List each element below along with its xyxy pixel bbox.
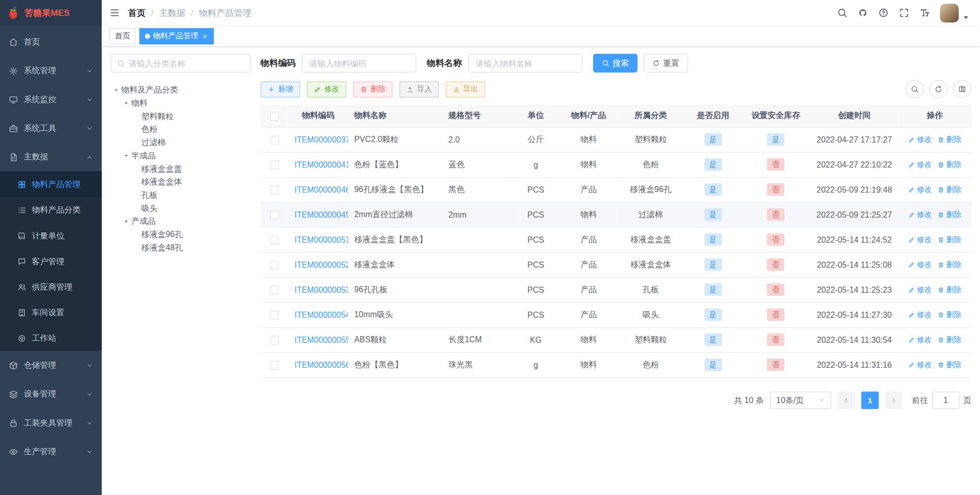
row-delete-button[interactable]: 删除 [938, 310, 962, 320]
sidebar-item-production-management[interactable]: 生产管理 [0, 437, 102, 466]
row-delete-button[interactable]: 删除 [938, 334, 962, 345]
tree-node[interactable]: 过滤棉 [111, 136, 251, 149]
material-code-link[interactable]: ITEM00000046 [295, 185, 348, 194]
tree-node[interactable]: 物料及产品分类 [111, 83, 251, 97]
tree-expand-caret-icon[interactable] [111, 86, 121, 93]
material-code-link[interactable]: ITEM00000037 [295, 135, 348, 144]
row-checkbox[interactable] [270, 185, 279, 194]
sidebar-item-system-monitoring[interactable]: 系统监控 [0, 85, 102, 114]
reset-button[interactable]: 重置 [644, 54, 688, 73]
user-menu[interactable] [940, 4, 971, 22]
sidebar-item-system-management[interactable]: 系统管理 [0, 56, 102, 85]
edit-button[interactable]: 修改 [307, 81, 346, 98]
row-checkbox[interactable] [270, 160, 279, 169]
tree-node[interactable]: 移液盒盒盖 [111, 162, 251, 175]
row-edit-button[interactable]: 修改 [908, 184, 932, 195]
tree-node[interactable]: 移液盒96孔 [111, 228, 251, 241]
sidebar-subitem-workstation[interactable]: 工作站 [0, 325, 102, 351]
tree-expand-caret-icon[interactable] [120, 218, 131, 225]
sidebar-subitem-material-product-management[interactable]: 物料产品管理 [0, 172, 102, 197]
menu-fold-icon[interactable] [109, 8, 120, 18]
row-delete-button[interactable]: 删除 [938, 159, 962, 170]
breadcrumb-item-home[interactable]: 首页 [128, 7, 145, 18]
tree-node[interactable]: 移液盒盒体 [111, 175, 251, 188]
row-delete-button[interactable]: 删除 [938, 134, 962, 145]
row-edit-button[interactable]: 修改 [908, 134, 932, 145]
search-toggle-button[interactable] [905, 80, 924, 99]
app-logo[interactable]: 苦糖果MES [0, 0, 102, 26]
page-size-select[interactable]: 10条/页 [770, 391, 831, 409]
row-checkbox[interactable] [270, 361, 279, 369]
sidebar-item-home[interactable]: 首页 [0, 28, 102, 56]
tree-expand-caret-icon[interactable] [120, 99, 131, 107]
tree-node[interactable]: 移液盒48孔 [111, 241, 251, 254]
page-number-button[interactable]: 1 [861, 391, 878, 409]
refresh-toggle-button[interactable] [929, 80, 948, 99]
material-code-link[interactable]: ITEM00000049 [295, 210, 348, 219]
tree-expand-caret-icon[interactable] [120, 152, 131, 159]
row-delete-button[interactable]: 删除 [938, 260, 962, 270]
import-button[interactable]: 导入 [399, 81, 438, 98]
material-code-link[interactable]: ITEM00000056 [295, 360, 348, 369]
columns-toggle-button[interactable] [953, 80, 971, 99]
sidebar-subitem-material-product-category[interactable]: 物料产品分类 [0, 197, 102, 223]
tree-node[interactable]: 物料 [111, 97, 251, 110]
row-delete-button[interactable]: 删除 [938, 359, 962, 370]
sidebar-item-system-tools[interactable]: 系统工具 [0, 114, 102, 143]
row-checkbox[interactable] [270, 210, 279, 219]
row-edit-button[interactable]: 修改 [908, 310, 932, 320]
sidebar-item-master-data[interactable]: 主数据 [0, 143, 102, 171]
sidebar-subitem-customer-management[interactable]: 客户管理 [0, 248, 102, 274]
row-checkbox[interactable] [270, 135, 279, 144]
tab-close-icon[interactable] [202, 33, 208, 39]
row-checkbox[interactable] [270, 336, 279, 344]
tree-node[interactable]: 孔板 [111, 188, 251, 202]
delete-button[interactable]: 删除 [353, 81, 393, 98]
tree-node[interactable]: 色粉 [111, 123, 251, 136]
row-delete-button[interactable]: 删除 [938, 209, 962, 220]
prev-page-button[interactable] [838, 391, 855, 409]
material-code-input[interactable] [302, 54, 416, 73]
material-code-link[interactable]: ITEM00000055 [295, 335, 348, 344]
tree-node[interactable]: 半成品 [111, 149, 251, 162]
sidebar-item-equipment-management[interactable]: 设备管理 [0, 380, 102, 408]
tree-node[interactable]: 塑料颗粒 [111, 109, 251, 123]
row-checkbox[interactable] [270, 261, 279, 269]
select-all-checkbox[interactable] [270, 112, 279, 121]
tab-material-product-management[interactable]: 物料产品管理 [139, 28, 214, 44]
material-code-link[interactable]: ITEM00000052 [295, 260, 348, 269]
row-checkbox[interactable] [270, 286, 279, 294]
row-edit-button[interactable]: 修改 [908, 334, 932, 345]
material-name-input[interactable] [468, 54, 582, 73]
tree-node[interactable]: 产成品 [111, 215, 251, 228]
row-edit-button[interactable]: 修改 [908, 209, 932, 220]
sidebar-subitem-measure-unit[interactable]: 计量单位 [0, 223, 102, 248]
add-button[interactable]: 新增 [261, 81, 300, 98]
search-icon[interactable] [837, 8, 848, 18]
material-code-link[interactable]: ITEM00000051 [295, 235, 348, 244]
github-icon[interactable] [857, 8, 868, 18]
tree-node[interactable]: 吸头 [111, 201, 251, 215]
row-checkbox[interactable] [270, 311, 279, 319]
fullscreen-icon[interactable] [899, 8, 910, 18]
question-icon[interactable] [878, 8, 889, 18]
row-delete-button[interactable]: 删除 [938, 285, 962, 295]
row-edit-button[interactable]: 修改 [908, 260, 932, 270]
export-button[interactable]: 导出 [446, 81, 485, 98]
row-delete-button[interactable]: 删除 [938, 234, 962, 245]
category-search-input[interactable] [129, 58, 244, 67]
row-edit-button[interactable]: 修改 [908, 359, 932, 370]
material-code-link[interactable]: ITEM00000041 [295, 160, 348, 169]
sidebar-subitem-supplier-management[interactable]: 供应商管理 [0, 274, 102, 299]
material-code-link[interactable]: ITEM00000054 [295, 310, 348, 319]
goto-page-input[interactable] [932, 391, 960, 409]
row-edit-button[interactable]: 修改 [908, 285, 932, 295]
sidebar-subitem-workshop-settings[interactable]: 车间设置 [0, 300, 102, 325]
tab-home[interactable]: 首页 [109, 28, 135, 44]
breadcrumb-item-master-data[interactable]: 主数据 [159, 7, 185, 18]
font-size-icon[interactable] [919, 8, 930, 18]
sidebar-item-fixture-management[interactable]: 工装夹具管理 [0, 409, 102, 437]
search-button[interactable]: 搜索 [593, 54, 638, 73]
row-checkbox[interactable] [270, 235, 279, 244]
row-delete-button[interactable]: 删除 [938, 184, 962, 195]
